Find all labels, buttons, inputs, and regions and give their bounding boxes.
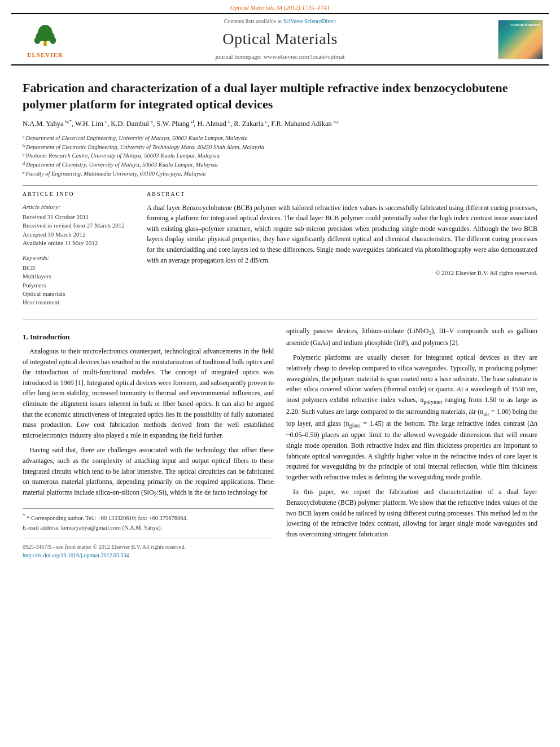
elsevier-logo-area: ELSEVIER bbox=[17, 19, 73, 59]
journal-header: ELSEVIER Contents lists available at Sci… bbox=[11, 13, 549, 65]
elsevier-tree-icon bbox=[28, 19, 62, 50]
elsevier-text: ELSEVIER bbox=[27, 51, 63, 59]
journal-name: Optical Materials bbox=[73, 28, 487, 50]
doi-link[interactable]: http://dx.doi.org/10.1016/j.optmat.2012.… bbox=[23, 552, 129, 558]
authors-line: N.A.M. Yahya b,*, W.H. Lim c, K.D. Dambu… bbox=[23, 118, 537, 129]
date-received: Received 31 October 2011 bbox=[23, 213, 135, 221]
body-col-left: 1. Introduction Analogous to their micro… bbox=[23, 326, 274, 560]
article-title: Fabrication and characterization of a du… bbox=[23, 80, 537, 112]
author-3: K.D. Dambul e, bbox=[111, 120, 155, 128]
body-section: 1. Introduction Analogous to their micro… bbox=[23, 326, 537, 560]
journal-cover-area: Optical Materials bbox=[487, 20, 543, 59]
article-history: Article history: Received 31 October 201… bbox=[23, 203, 135, 248]
keyword-bcb: BCB bbox=[23, 264, 135, 272]
article-info-col: ARTICLE INFO Article history: Received 3… bbox=[23, 190, 135, 313]
journal-title-area: Contents lists available at SciVerse Sci… bbox=[73, 18, 487, 61]
affiliation-d: d Department of Chemistry, University of… bbox=[23, 160, 537, 169]
abstract-header: ABSTRACT bbox=[147, 190, 537, 198]
body-para-1: Analogous to their microelectronics coun… bbox=[23, 346, 274, 440]
body-para-3: optically passive devices, lithium-nioba… bbox=[286, 326, 537, 348]
info-abstract-section: ARTICLE INFO Article history: Received 3… bbox=[23, 190, 537, 313]
body-para-5: In this paper, we report the fabrication… bbox=[286, 487, 537, 539]
section1-title: 1. Introduction bbox=[23, 331, 274, 343]
article-info-header: ARTICLE INFO bbox=[23, 190, 135, 198]
body-para-4: Polymeric platforms are usually chosen f… bbox=[286, 352, 537, 482]
author-7: F.R. Mahamd Adikan a,c bbox=[271, 120, 339, 128]
affiliation-c: c Photonic Research Centre, University o… bbox=[23, 151, 537, 160]
body-para-2: Having said that, there are challenges a… bbox=[23, 445, 274, 499]
author-2: W.H. Lim c, bbox=[75, 120, 109, 128]
doi-line: http://dx.doi.org/10.1016/j.optmat.2012.… bbox=[23, 551, 274, 560]
divider-1 bbox=[23, 185, 537, 186]
affiliation-b: b Department of Electronic Engineering, … bbox=[23, 143, 537, 152]
author-6: R. Zakaria c, bbox=[234, 120, 269, 128]
journal-homepage: journal homepage: www.elsevier.com/locat… bbox=[73, 53, 487, 61]
author-1: N.A.M. Yahya b,*, bbox=[23, 120, 73, 128]
journal-reference: Optical Materials 34 (2012) 1735–1741 bbox=[0, 0, 560, 13]
footnote-star: * * Corresponding author. Tel.: +60 1333… bbox=[23, 512, 274, 523]
history-label: Article history: bbox=[23, 203, 135, 211]
abstract-copyright: © 2012 Elsevier B.V. All rights reserved… bbox=[147, 269, 537, 277]
sciverse-line: Contents lists available at SciVerse Sci… bbox=[73, 18, 487, 25]
bottom-bar: 0925-3467/$ - see front matter © 2012 El… bbox=[23, 539, 274, 560]
divider-2 bbox=[23, 320, 537, 320]
affiliation-a: a Department of Electrical Engineering, … bbox=[23, 134, 537, 143]
keyword-heat: Heat treatment bbox=[23, 298, 135, 307]
issn-line: 0925-3467/$ - see front matter © 2012 El… bbox=[23, 543, 274, 552]
abstract-text: A dual layer Benzocyclobutene (BCB) poly… bbox=[147, 203, 537, 266]
keyword-polymers: Polymers bbox=[23, 281, 135, 290]
affiliation-e: e Faculty of Engineering, Multimedia Uni… bbox=[23, 169, 537, 178]
author-4: S.W. Phang d, bbox=[156, 120, 195, 128]
article-content: Fabrication and characterization of a du… bbox=[0, 65, 560, 571]
date-online: Available online 11 May 2012 bbox=[23, 239, 135, 247]
journal-cover-label: Optical Materials bbox=[510, 23, 540, 27]
footnote-area: * * Corresponding author. Tel.: +60 1333… bbox=[23, 508, 274, 533]
date-accepted: Accepted 30 March 2012 bbox=[23, 230, 135, 239]
sciverse-link[interactable]: SciVerse ScienceDirect bbox=[283, 18, 336, 24]
keyword-multilayers: Multilayers bbox=[23, 272, 135, 281]
footnote-email: E-mail address: kemaryahya@gmail.com (N.… bbox=[23, 523, 274, 532]
keywords-group: Keywords: BCB Multilayers Polymers Optic… bbox=[23, 254, 135, 307]
body-col-right: optically passive devices, lithium-nioba… bbox=[286, 326, 537, 560]
affiliations: a Department of Electrical Engineering, … bbox=[23, 134, 537, 178]
article-info-content: Article history: Received 31 October 201… bbox=[23, 203, 135, 307]
elsevier-logo: ELSEVIER bbox=[17, 19, 73, 59]
abstract-col: ABSTRACT A dual layer Benzocyclobutene (… bbox=[147, 190, 537, 313]
keyword-optical: Optical materials bbox=[23, 290, 135, 298]
svg-point-5 bbox=[34, 37, 41, 45]
journal-cover-image: Optical Materials bbox=[498, 20, 543, 59]
date-revised: Received in revised form 27 March 2012 bbox=[23, 221, 135, 230]
keywords-label: Keywords: bbox=[23, 254, 135, 262]
author-5: H. Ahmad c, bbox=[197, 120, 232, 128]
svg-point-6 bbox=[50, 37, 56, 45]
